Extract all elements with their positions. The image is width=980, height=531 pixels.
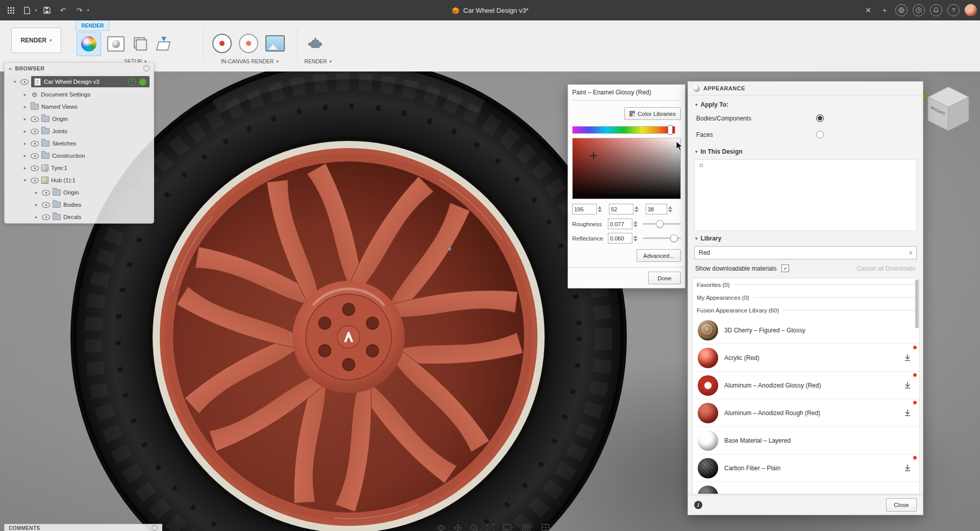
eye-icon[interactable] (42, 190, 50, 196)
extensions-icon[interactable] (895, 4, 908, 16)
comments-options-icon[interactable] (152, 525, 158, 531)
tree-row[interactable]: ▸ Sketches (5, 137, 154, 150)
eye-icon[interactable] (31, 178, 39, 183)
in-canvas-render-settings-icon[interactable] (237, 32, 260, 55)
close-button[interactable]: Close (886, 498, 917, 512)
red-value-input[interactable] (572, 204, 597, 214)
app-grid-icon[interactable] (4, 4, 17, 17)
expand-icon[interactable]: ▸ (22, 104, 28, 109)
tree-row[interactable]: ▸ Joints (5, 125, 154, 137)
grid-settings-icon[interactable] (522, 524, 533, 531)
pan-icon[interactable] (454, 524, 462, 531)
save-icon[interactable] (40, 4, 54, 17)
show-downloadable-checkbox[interactable]: ✓ (781, 264, 789, 272)
orbit-icon[interactable] (436, 524, 446, 531)
in-this-design-section-header[interactable]: ▾ In This Design (695, 148, 743, 155)
workspace-switcher-button[interactable]: RENDER ▾ (11, 28, 61, 53)
tree-row[interactable]: ▸ Tyre:1 (5, 162, 154, 174)
job-status-icon[interactable] (913, 4, 925, 16)
library-group-header[interactable]: Fusion Appearance Library (60) (693, 304, 919, 317)
roughness-stepper[interactable] (633, 221, 638, 227)
design-swatch[interactable] (723, 164, 726, 167)
material-list-item[interactable]: 3D Cherry – Figured – Glossy (693, 317, 919, 344)
redo-caret-icon[interactable]: ▾ (87, 8, 90, 13)
material-list-item[interactable] (693, 482, 919, 494)
material-list-item[interactable]: Carbon Fiber – Plain (693, 454, 919, 482)
decal-icon[interactable] (153, 32, 173, 56)
material-list-item[interactable]: Aluminum – Anodized Glossy (Red) (693, 372, 919, 399)
expand-icon[interactable]: ▸ (33, 214, 39, 220)
material-list-item[interactable]: Base Material – Layered (693, 427, 919, 454)
collapse-browser-icon[interactable]: « (9, 65, 12, 71)
tree-row[interactable]: ▸ Named Views (5, 101, 154, 113)
render-group-label[interactable]: RENDER▾ (290, 58, 346, 64)
comments-panel-header[interactable]: COMMENTS (4, 524, 162, 531)
eye-icon[interactable] (20, 79, 29, 85)
capture-image-icon[interactable] (263, 32, 287, 55)
expand-icon[interactable]: ▸ (22, 116, 28, 122)
texture-map-controls-icon[interactable] (131, 32, 150, 56)
library-search-input[interactable] (695, 249, 905, 256)
user-avatar[interactable] (965, 4, 977, 16)
redo-icon[interactable]: ↷ (73, 4, 86, 17)
radio-button[interactable] (816, 114, 824, 122)
green-stepper[interactable] (634, 206, 639, 212)
done-button[interactable]: Done (648, 272, 681, 284)
display-settings-icon[interactable] (503, 524, 514, 531)
library-section-header[interactable]: ▾ Library (695, 235, 721, 242)
color-name-field[interactable]: Paint – Enamel Glossy (Red) (572, 89, 681, 101)
expand-icon[interactable]: ▸ (22, 92, 28, 97)
library-group-header[interactable]: My Appearances (0) (693, 291, 919, 304)
render-teapot-icon[interactable] (304, 32, 328, 55)
apply-option-row[interactable]: Bodies/Components (696, 114, 824, 122)
root-expand-icon[interactable]: ▾ (12, 79, 18, 84)
color-libraries-button[interactable]: Color Libraries (624, 107, 681, 120)
file-menu-icon[interactable] (20, 4, 34, 17)
browser-options-icon[interactable] (143, 65, 150, 71)
clear-search-icon[interactable]: ✕ (905, 250, 916, 256)
green-value-input[interactable] (609, 204, 633, 214)
advanced-button[interactable]: Advanced... (636, 249, 681, 262)
focus-target-icon[interactable] (139, 78, 146, 86)
reflectance-slider-knob[interactable] (670, 234, 678, 242)
hue-slider[interactable] (572, 126, 675, 134)
tree-row[interactable]: ▸ Origin (5, 113, 154, 125)
eye-icon[interactable] (31, 153, 39, 159)
appearance-panel-header[interactable]: APPEARANCE (688, 82, 923, 95)
expand-icon[interactable]: ▸ (22, 153, 28, 158)
eye-icon[interactable] (42, 202, 50, 208)
tree-root-selection[interactable]: Car Wheel Design v3 + (31, 76, 150, 87)
file-menu-caret-icon[interactable]: ▾ (35, 8, 37, 13)
blue-stepper[interactable] (668, 206, 672, 212)
tree-row[interactable]: ▸ Origin (5, 186, 154, 199)
eye-icon[interactable] (42, 214, 50, 220)
browser-panel-header[interactable]: « BROWSER (5, 63, 154, 74)
red-stepper[interactable] (598, 206, 602, 212)
roughness-slider[interactable] (643, 223, 681, 225)
color-picker-crosshair-icon[interactable] (590, 152, 597, 159)
notifications-bell-icon[interactable] (930, 4, 942, 16)
help-icon[interactable]: ? (947, 4, 960, 16)
tree-row[interactable]: ▸ Construction (5, 150, 154, 162)
reflectance-input[interactable] (608, 233, 632, 244)
reflectance-slider[interactable] (643, 237, 681, 239)
material-list-item[interactable]: Aluminum – Anodized Rough (Red) (693, 399, 919, 427)
download-icon[interactable] (904, 464, 911, 473)
download-icon[interactable] (904, 409, 911, 418)
eye-icon[interactable] (31, 141, 39, 147)
new-tab-icon[interactable]: + (879, 6, 890, 14)
design-swatch[interactable] (715, 164, 718, 167)
expand-icon[interactable]: ▸ (22, 129, 28, 134)
library-group-header[interactable]: Favorites (0) (693, 278, 919, 291)
apply-to-section-header[interactable]: ▾ Apply To: (695, 101, 728, 108)
hue-slider-handle[interactable] (668, 125, 673, 135)
design-swatch[interactable] (700, 164, 703, 167)
tree-row[interactable]: ▸ Document Settings (5, 88, 154, 101)
appearance-tool-icon[interactable] (77, 32, 101, 56)
download-icon[interactable] (904, 354, 911, 363)
tree-row[interactable]: ▾ Hub (1):1 (5, 174, 154, 186)
design-swatch[interactable] (707, 164, 710, 167)
roughness-slider-knob[interactable] (656, 220, 664, 228)
zoom-icon[interactable] (470, 524, 478, 531)
blue-value-input[interactable] (646, 204, 667, 214)
